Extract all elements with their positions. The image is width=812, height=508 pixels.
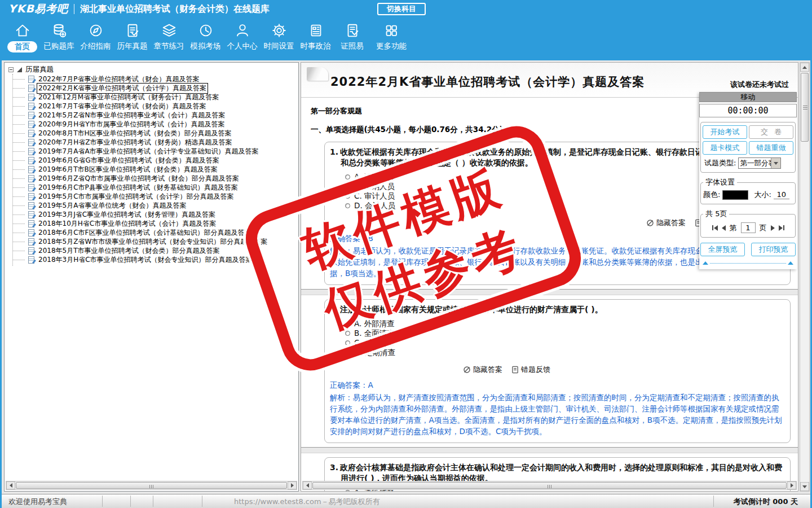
tree-item[interactable]: 2018年6月C市F区事业单位招聘考试（会计基础知识）部分真题及答案 <box>5 228 298 237</box>
question-box-2: 2.注册会计师根据国家有关规定或情况需要对本单位进行的财产清查属于( )。 A.… <box>324 299 791 443</box>
question-type-select[interactable]: 第一部分客观题 <box>738 157 781 169</box>
pager-group: 共 5页 第 页 <box>700 209 796 238</box>
radio-button[interactable] <box>345 174 350 179</box>
tree-item[interactable]: 2021年5月Z省N市事业单位招聘事业考试（会计）真题及答案 <box>5 111 298 120</box>
scroll-left-button[interactable] <box>303 481 312 489</box>
toolbar-item-time-settings[interactable]: 时间设置 <box>261 21 297 51</box>
panel-resize-slider[interactable] <box>703 261 793 265</box>
clock-icon <box>197 21 215 40</box>
print-preview-button[interactable]: 打印预览 <box>751 243 796 256</box>
panel-drag-handle[interactable]: 移动 <box>699 92 797 102</box>
options-list: A. 外部清查 B. 全面清查 C. 局部清查 D. 定期清查 <box>345 319 783 357</box>
tree-item[interactable]: 2020年7月H省Z市事业单位招聘考试（财务岗）精选真题及答案 <box>5 138 298 147</box>
content-horizontal-scrollbar[interactable] <box>302 481 797 490</box>
exam-paper-icon <box>28 139 34 146</box>
radio-button[interactable] <box>345 203 350 208</box>
tree-item[interactable]: 2019年5月C市市属事业单位招聘考试（会计学）部分真题及答案 <box>5 192 298 201</box>
option-c[interactable]: C. 局部清查 <box>345 338 783 348</box>
scroll-left-button[interactable] <box>6 481 15 489</box>
exam-paper-icon <box>28 256 34 264</box>
question-separator <box>301 447 798 453</box>
exam-paper-icon <box>28 247 34 255</box>
scroll-right-button[interactable] <box>288 481 297 489</box>
page-number-input[interactable] <box>741 222 756 233</box>
slider-handle-icon[interactable] <box>788 261 793 265</box>
next-page-button[interactable] <box>771 225 775 231</box>
toolbar-item-more-functions[interactable]: 更多功能 <box>370 21 412 51</box>
answer-card-mode-button[interactable]: 题卡模式 <box>703 141 747 155</box>
tree-item[interactable]: 2019年6月G省G市事业单位招聘考试（财会类）真题及答案 <box>5 156 298 165</box>
sidebar-horizontal-scrollbar[interactable] <box>6 481 297 490</box>
tree-item[interactable]: 2021年12月M省事业单位招聘考试（财务会计）真题及答案 <box>5 93 298 102</box>
radio-button[interactable] <box>345 490 350 492</box>
tree-item[interactable]: 2018年5月Z省W市市级事业单位招聘考试（财会专业知识）部分真题及答案 <box>5 237 298 246</box>
switch-subject-button[interactable]: 切换科目 <box>377 3 426 15</box>
tree-item[interactable]: 2018年3月H省C市事业单位招聘考试（财会专业知识）部分真题及答案 <box>5 255 298 264</box>
start-exam-button[interactable]: 开始考试 <box>703 125 747 139</box>
radio-button[interactable] <box>345 350 350 355</box>
tree-item[interactable]: 2022年7月P省事业单位招聘考试（财会）真题及答案 <box>5 75 298 84</box>
toolbar-item-current-affairs[interactable]: 时事政治 <box>297 21 334 51</box>
option-a[interactable]: A. 外部清查 <box>345 319 783 329</box>
slider-handle-icon[interactable] <box>703 261 708 265</box>
tree-item[interactable]: 2021年7月T省事业单位招聘考试（财会岗）真题及答案 <box>5 102 298 111</box>
scroll-right-button[interactable] <box>787 481 796 489</box>
main-vertical-scrollbar[interactable] <box>800 62 810 492</box>
collapse-icon[interactable] <box>8 67 14 72</box>
hide-answer-button[interactable]: 隐藏答案 <box>646 218 686 228</box>
toolbar-item-guide[interactable]: 介绍指南 <box>77 21 114 51</box>
dropdown-button[interactable] <box>771 158 780 168</box>
toolbar-item-chapter-practice[interactable]: 章节练习 <box>151 21 187 51</box>
grid-icon <box>382 21 400 40</box>
exam-paper-icon <box>28 112 34 119</box>
redo-wrong-questions-button[interactable]: 错题重做 <box>749 141 793 155</box>
document-check-icon <box>123 21 142 40</box>
radio-button[interactable] <box>345 194 350 199</box>
prev-page-button[interactable] <box>722 225 726 231</box>
radio-button[interactable] <box>345 321 350 326</box>
scroll-down-button[interactable] <box>800 482 809 491</box>
toolbar-item-mock-exam[interactable]: 模拟考场 <box>187 21 224 51</box>
tree-item[interactable]: 2019年3月J省C事业单位招聘考试（财务管理）真题及答案 <box>5 210 298 219</box>
font-color-swatch[interactable] <box>722 190 748 200</box>
tree-item[interactable]: 2019年5月A省事业单位统考（财会）真题及答案 <box>5 201 298 210</box>
toolbar-item-personal-center[interactable]: 个人中心 <box>224 21 261 51</box>
scroll-up-button[interactable] <box>800 63 809 72</box>
scrollbar-thumb[interactable] <box>312 482 787 489</box>
statusbar-divider <box>713 496 714 507</box>
toolbar-item-certificate[interactable]: 证照易 <box>334 21 370 51</box>
tree-item[interactable]: 2020年8月T市H区事业单位招聘考试（财会类）部分真题及答案 <box>5 129 298 138</box>
scrollbar-thumb[interactable] <box>801 73 809 142</box>
toolbar-item-home[interactable]: 首页 <box>4 21 41 52</box>
tree-item[interactable]: 2018年5月T市事业单位招聘考试（财会类）部分真题及答案 <box>5 246 298 255</box>
toolbar-item-past-papers[interactable]: 历年真题 <box>114 21 151 51</box>
wrong-feedback-button[interactable]: 错题反馈 <box>511 365 550 375</box>
question-actions: 隐藏答案 错题反馈 <box>330 218 734 228</box>
fullscreen-preview-button[interactable]: 全屏预览 <box>700 243 745 256</box>
folder-icon <box>17 67 22 72</box>
tree-item[interactable]: 2018年10月H省C市事业单位招聘考试（会计）真题及答案 <box>5 219 298 228</box>
font-size-input[interactable] <box>774 190 789 199</box>
submit-paper-button[interactable]: 交 卷 <box>749 125 793 139</box>
paper-status-note: 该试卷还未考试过 <box>730 80 789 90</box>
tree-root-past-papers[interactable]: 历届真题 <box>5 65 298 75</box>
tree-item-selected[interactable]: 2022年2月K省事业单位招聘考试（会计学）真题及答案 <box>5 84 298 93</box>
radio-button[interactable] <box>345 340 350 345</box>
radio-button[interactable] <box>345 331 350 336</box>
statusbar-divider <box>102 496 103 507</box>
tree-item[interactable]: 2019年6月C市P县事业单位招聘考试（财务基础知识）真题及答案 <box>5 183 298 192</box>
tree-item[interactable]: 2020年9月H省Y市市属事业单位招聘考试（会计）真题及答案 <box>5 120 298 129</box>
first-page-button[interactable] <box>712 225 718 231</box>
toolbar-item-purchased-banks[interactable]: 已购题库 <box>41 21 77 51</box>
hide-answer-button[interactable]: 隐藏答案 <box>463 365 502 375</box>
tree-item[interactable]: 2019年6月Z省Q市市属事业单位招聘考试（财会）部分真题及答案 <box>5 174 298 183</box>
option-d[interactable]: D. 定期清查 <box>345 348 783 357</box>
scrollbar-thumb[interactable] <box>16 482 287 489</box>
font-settings-group: 字体设置 颜色: 大小: <box>700 177 796 204</box>
tree-item[interactable]: 2019年7月A省A市事业单位招聘考试（会计学专业基础知识）真题及答案 <box>5 147 298 156</box>
radio-button[interactable] <box>345 184 350 189</box>
option-b[interactable]: B. 全面清查 <box>345 329 783 338</box>
last-page-button[interactable] <box>779 225 784 231</box>
tree-item[interactable]: 2019年6月T市B区事业单位招聘考试（财会类）真题及答案 <box>5 165 298 174</box>
page-curl-icon <box>307 67 328 81</box>
